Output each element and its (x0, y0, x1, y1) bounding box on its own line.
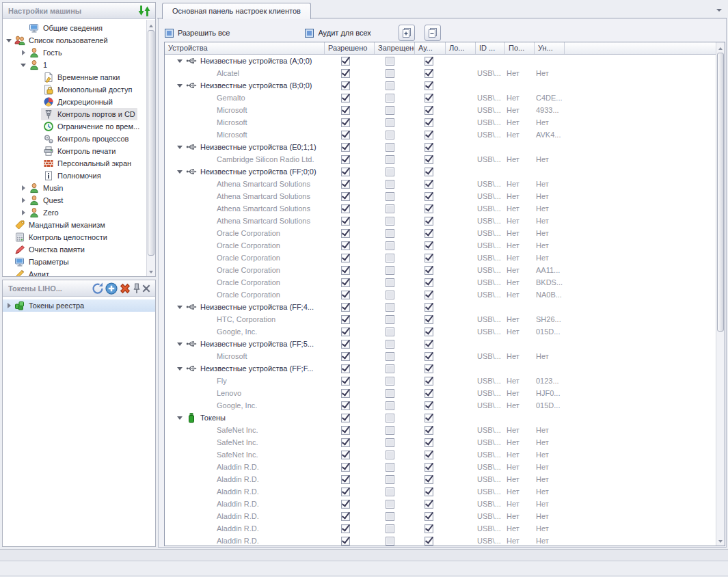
allowed-checkbox[interactable] (341, 327, 350, 336)
audit-all-checkbox-box[interactable] (305, 29, 314, 38)
sidebar-item-user-musin[interactable]: Musin (3, 182, 146, 194)
audit-checkbox[interactable] (424, 364, 433, 373)
allowed-checkbox[interactable] (341, 487, 350, 496)
denied-checkbox[interactable] (386, 229, 394, 238)
pin-icon[interactable] (132, 282, 141, 295)
audit-checkbox[interactable] (424, 143, 433, 152)
allowed-checkbox[interactable] (341, 463, 350, 472)
device-group-row[interactable]: Неизвестные устройства (A;0;0) (165, 55, 716, 67)
allowed-checkbox[interactable] (341, 315, 350, 324)
device-row[interactable]: LenovoUSB\...НетHJF0... (165, 387, 716, 399)
allowed-checkbox[interactable] (341, 389, 350, 398)
denied-checkbox[interactable] (386, 118, 394, 127)
allowed-checkbox[interactable] (341, 340, 350, 349)
allowed-checkbox[interactable] (341, 155, 350, 164)
tab-list-dropdown-icon[interactable] (716, 8, 723, 13)
device-row[interactable]: Google, Inc.USB\...Нет015D... (165, 325, 716, 338)
scroll-up-icon[interactable] (147, 20, 155, 29)
denied-checkbox[interactable] (386, 426, 394, 435)
denied-checkbox[interactable] (386, 475, 394, 484)
scroll-down-icon[interactable] (716, 537, 725, 546)
device-row[interactable]: Aladdin R.D.USB\...НетНет (165, 522, 716, 535)
allow-all-checkbox-box[interactable] (165, 29, 174, 38)
audit-checkbox[interactable] (424, 327, 433, 336)
allowed-checkbox[interactable] (341, 167, 350, 176)
denied-checkbox[interactable] (386, 167, 394, 176)
denied-checkbox[interactable] (386, 131, 394, 139)
device-row[interactable]: HTC, CorporationUSB\...НетSH26... (165, 313, 716, 325)
column-header-4[interactable]: Ло... (446, 42, 476, 54)
denied-checkbox[interactable] (386, 414, 394, 422)
sidebar-item-memory-clean[interactable]: Очистка памяти (3, 243, 146, 256)
audit-all-checkbox[interactable]: Аудит для всех (305, 29, 370, 38)
audit-checkbox[interactable] (424, 315, 433, 324)
denied-checkbox[interactable] (386, 303, 394, 312)
denied-checkbox[interactable] (386, 69, 394, 78)
denied-checkbox[interactable] (386, 81, 394, 90)
allowed-checkbox[interactable] (341, 131, 350, 139)
allowed-checkbox[interactable] (341, 254, 350, 263)
allowed-checkbox[interactable] (341, 364, 350, 373)
audit-checkbox[interactable] (424, 512, 433, 521)
audit-checkbox[interactable] (424, 192, 433, 201)
denied-checkbox[interactable] (386, 463, 394, 472)
delete-icon[interactable] (118, 282, 132, 295)
device-group-row[interactable]: Неизвестные устройства (B;0;0) (165, 79, 716, 92)
denied-checkbox[interactable] (386, 155, 394, 164)
denied-checkbox[interactable] (386, 512, 394, 521)
device-row[interactable]: MicrosoftUSB\...НетНет (165, 350, 716, 362)
denied-checkbox[interactable] (386, 340, 394, 349)
device-row[interactable]: Aladdin R.D.USB\...НетНет (165, 485, 716, 498)
audit-checkbox[interactable] (424, 438, 433, 447)
audit-checkbox[interactable] (424, 94, 433, 103)
denied-checkbox[interactable] (386, 438, 394, 447)
allowed-checkbox[interactable] (341, 57, 350, 66)
sidebar-item-registry-tokens[interactable]: Токены реестра (3, 299, 155, 312)
device-row[interactable]: Oracle CorporationUSB\...НетНет (165, 227, 716, 239)
tree-expanded-arrow-icon[interactable] (177, 304, 183, 310)
sort-arrows-icon[interactable] (137, 4, 151, 18)
denied-checkbox[interactable] (386, 291, 394, 299)
sidebar-item-personal-screen[interactable]: Персональный экран (3, 157, 146, 170)
denied-checkbox[interactable] (386, 537, 394, 546)
audit-checkbox[interactable] (424, 389, 433, 398)
audit-checkbox[interactable] (424, 57, 433, 66)
device-row[interactable]: Aladdin R.D.USB\...НетНет (165, 510, 716, 522)
column-header-0[interactable]: Устройства (165, 42, 325, 54)
device-row[interactable]: Cambridge Silicon Radio Ltd.USB\...НетНе… (165, 153, 716, 165)
allowed-checkbox[interactable] (341, 291, 350, 299)
allowed-checkbox[interactable] (341, 475, 350, 484)
sidebar-item-user-1[interactable]: 1 (3, 59, 146, 71)
allowed-checkbox[interactable] (341, 524, 350, 533)
tree-collapsed-arrow-icon[interactable] (21, 185, 27, 191)
table-scrollbar[interactable] (716, 42, 725, 546)
allowed-checkbox[interactable] (341, 438, 350, 447)
allowed-checkbox[interactable] (341, 143, 350, 152)
allowed-checkbox[interactable] (341, 451, 350, 459)
sidebar-item-guest[interactable]: Гость (3, 46, 146, 59)
audit-checkbox[interactable] (424, 303, 433, 312)
denied-checkbox[interactable] (386, 364, 394, 373)
sidebar-item-user-quest[interactable]: Quest (3, 194, 146, 206)
audit-checkbox[interactable] (424, 217, 433, 226)
audit-checkbox[interactable] (424, 401, 433, 410)
device-row[interactable]: Oracle CorporationUSB\...НетНет (165, 239, 716, 252)
device-group-row[interactable]: Неизвестные устройства (FF;5... (165, 338, 716, 350)
audit-checkbox[interactable] (424, 340, 433, 349)
device-row[interactable]: Aladdin R.D.USB\...НетНет (165, 473, 716, 485)
scroll-up-icon[interactable] (716, 42, 725, 51)
audit-checkbox[interactable] (424, 254, 433, 263)
tree-expanded-arrow-icon[interactable] (21, 62, 27, 68)
column-header-6[interactable]: По... (505, 42, 535, 54)
allowed-checkbox[interactable] (341, 512, 350, 521)
device-row[interactable]: FlyUSB\...Нет0123... (165, 375, 716, 387)
denied-checkbox[interactable] (386, 254, 394, 263)
audit-checkbox[interactable] (424, 167, 433, 176)
device-row[interactable]: Oracle CorporationUSB\...НетNA0B... (165, 288, 716, 301)
tree-expanded-arrow-icon[interactable] (177, 341, 183, 347)
denied-checkbox[interactable] (386, 401, 394, 410)
audit-checkbox[interactable] (424, 69, 433, 78)
audit-checkbox[interactable] (424, 118, 433, 127)
sidebar-item-print-control[interactable]: Контроль печати (3, 145, 146, 157)
audit-checkbox[interactable] (424, 537, 433, 546)
